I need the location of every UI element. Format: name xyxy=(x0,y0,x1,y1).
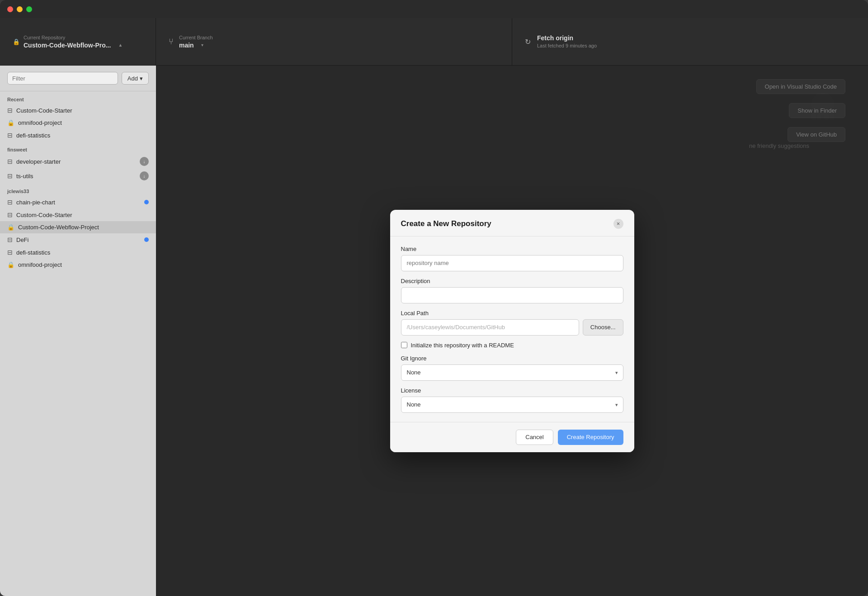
traffic-light-red[interactable] xyxy=(7,6,13,12)
sidebar-item-omnifood-project-recent[interactable]: 🔒 omnifood-project xyxy=(0,117,156,129)
readme-label: Initialize this repository with a README xyxy=(411,342,514,349)
current-branch-name: main xyxy=(179,42,194,49)
repo-name: defi-statistics xyxy=(16,249,149,256)
refresh-icon: ↻ xyxy=(525,38,531,46)
modal-title: Create a New Repository xyxy=(401,219,491,228)
current-repo-label: Current Repository xyxy=(24,35,123,40)
repo-name: Custom-Code-Webflow-Project xyxy=(18,224,149,231)
choose-button[interactable]: Choose... xyxy=(583,319,623,336)
license-form-group: License None ▾ xyxy=(401,387,623,413)
license-select[interactable]: None xyxy=(401,397,623,413)
path-label: Local Path xyxy=(401,310,623,317)
download-badge: ↓ xyxy=(140,171,149,180)
repo-icon: ⊟ xyxy=(7,249,13,256)
dot-badge xyxy=(144,237,149,242)
add-chevron-icon: ▾ xyxy=(140,75,143,82)
gitignore-select-wrapper: None ▾ xyxy=(401,364,623,381)
main-area: Add ▾ Recent ⊟ Custom-Code-Starter 🔒 omn… xyxy=(0,66,868,596)
add-button-label: Add xyxy=(127,75,138,82)
gitignore-label: Git Ignore xyxy=(401,355,623,362)
lock-icon: 🔒 xyxy=(7,261,14,268)
sidebar-item-omnifood-project-jc[interactable]: 🔒 omnifood-project xyxy=(0,259,156,271)
repo-name: DeFi xyxy=(16,237,144,243)
content-area: ne friendly suggestions Open in Visual S… xyxy=(156,66,868,596)
repo-name: developer-starter xyxy=(16,158,140,165)
toolbar: 🔒 Current Repository Custom-Code-Webflow… xyxy=(0,18,868,66)
dot-badge xyxy=(144,200,149,204)
app-window: 🔒 Current Repository Custom-Code-Webflow… xyxy=(0,0,868,596)
path-row: Choose... xyxy=(401,319,623,336)
license-label: License xyxy=(401,387,623,394)
sidebar-item-defi[interactable]: ⊟ DeFi xyxy=(0,233,156,246)
lock-icon: 🔒 xyxy=(13,38,20,45)
sidebar-item-developer-starter[interactable]: ⊟ developer-starter ↓ xyxy=(0,154,156,169)
fetch-label: Fetch origin xyxy=(537,34,573,42)
traffic-light-green[interactable] xyxy=(26,6,32,12)
cancel-button[interactable]: Cancel xyxy=(516,430,553,445)
sidebar-item-custom-code-starter-jc[interactable]: ⊟ Custom-Code-Starter xyxy=(0,208,156,221)
path-input[interactable] xyxy=(401,319,579,336)
modal-header: Create a New Repository × xyxy=(390,210,634,237)
repo-name: defi-statistics xyxy=(16,132,149,139)
section-title-finsweet: finsweet xyxy=(0,142,156,154)
gitignore-form-group: Git Ignore None ▾ xyxy=(401,355,623,381)
section-title-recent: Recent xyxy=(0,91,156,104)
sidebar-item-chain-pie-chart[interactable]: ⊟ chain-pie-chart xyxy=(0,196,156,208)
repo-icon: ⊟ xyxy=(7,132,13,139)
fetch-origin-section[interactable]: ↻ Fetch origin Last fetched 9 minutes ag… xyxy=(512,18,868,65)
repo-name: omnifood-project xyxy=(18,261,149,268)
current-branch-section[interactable]: ⑂ Current Branch main ▾ xyxy=(156,18,512,65)
name-form-group: Name xyxy=(401,246,623,271)
repo-icon: ⊟ xyxy=(7,211,13,218)
readme-checkbox[interactable] xyxy=(401,342,407,348)
sidebar: Add ▾ Recent ⊟ Custom-Code-Starter 🔒 omn… xyxy=(0,66,156,596)
sidebar-item-custom-code-webflow[interactable]: 🔒 Custom-Code-Webflow-Project xyxy=(0,221,156,233)
add-button[interactable]: Add ▾ xyxy=(122,72,149,85)
fetch-sublabel: Last fetched 9 minutes ago xyxy=(537,43,597,48)
license-select-wrapper: None ▾ xyxy=(401,397,623,413)
download-badge: ↓ xyxy=(140,157,149,166)
description-label: Description xyxy=(401,278,623,284)
modal-close-button[interactable]: × xyxy=(613,219,623,229)
repo-icon: ⊟ xyxy=(7,199,13,206)
close-icon: × xyxy=(617,220,620,227)
repo-name: ts-utils xyxy=(16,173,140,180)
name-label: Name xyxy=(401,246,623,252)
description-input[interactable] xyxy=(401,287,623,303)
current-repo-name: Custom-Code-Webflow-Pro... xyxy=(24,42,111,49)
title-bar xyxy=(0,0,868,18)
create-repo-modal: Create a New Repository × Name xyxy=(390,210,634,452)
path-form-group: Local Path Choose... xyxy=(401,310,623,336)
repo-name: chain-pie-chart xyxy=(16,199,144,206)
readme-checkbox-row: Initialize this repository with a README xyxy=(401,342,623,349)
description-form-group: Description xyxy=(401,278,623,303)
repo-icon: ⊟ xyxy=(7,158,13,165)
lock-icon: 🔒 xyxy=(7,119,14,126)
sidebar-item-ts-utils[interactable]: ⊟ ts-utils ↓ xyxy=(0,169,156,183)
repo-name: Custom-Code-Starter xyxy=(16,212,149,218)
modal-footer: Cancel Create Repository xyxy=(390,422,634,452)
sidebar-item-defi-statistics-jc[interactable]: ⊟ defi-statistics xyxy=(0,246,156,259)
repo-name: omnifood-project xyxy=(18,119,149,126)
modal-body: Name Description Local Path xyxy=(390,237,634,422)
repo-icon: ⊟ xyxy=(7,236,13,243)
repo-name: Custom-Code-Starter xyxy=(16,107,149,114)
current-branch-label: Current Branch xyxy=(179,35,213,40)
filter-input[interactable] xyxy=(7,72,118,85)
branch-chevron-icon: ▾ xyxy=(201,43,203,47)
gitignore-select[interactable]: None xyxy=(401,364,623,381)
sidebar-item-custom-code-starter-recent[interactable]: ⊟ Custom-Code-Starter xyxy=(0,104,156,117)
repo-chevron-icon: ▲ xyxy=(118,43,123,47)
modal-overlay: Create a New Repository × Name xyxy=(156,66,868,596)
sidebar-top: Add ▾ xyxy=(0,66,156,91)
branch-icon: ⑂ xyxy=(169,37,174,47)
current-repo-section[interactable]: 🔒 Current Repository Custom-Code-Webflow… xyxy=(0,18,156,65)
section-title-jclewis33: jclewis33 xyxy=(0,183,156,196)
sidebar-item-defi-statistics-recent[interactable]: ⊟ defi-statistics xyxy=(0,129,156,142)
name-input[interactable] xyxy=(401,255,623,271)
lock-icon: 🔒 xyxy=(7,224,14,231)
traffic-light-yellow[interactable] xyxy=(17,6,23,12)
create-repository-button[interactable]: Create Repository xyxy=(558,430,623,445)
repo-icon: ⊟ xyxy=(7,172,13,180)
repo-icon: ⊟ xyxy=(7,107,13,114)
